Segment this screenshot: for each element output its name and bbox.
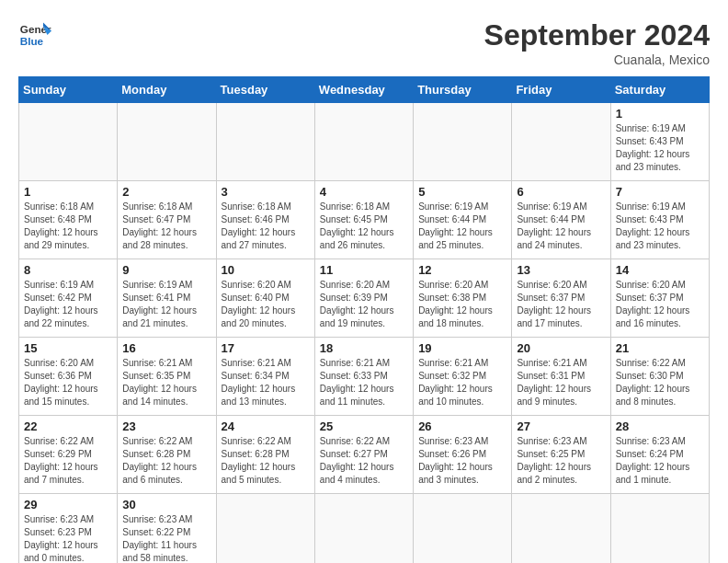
day-detail: Sunrise: 6:18 AM Sunset: 6:47 PM Dayligh… (122, 201, 197, 250)
day-cell: 7Sunrise: 6:19 AM Sunset: 6:43 PM Daylig… (610, 181, 709, 259)
header-day-thursday: Thursday (414, 77, 512, 103)
day-detail: Sunrise: 6:22 AM Sunset: 6:28 PM Dayligh… (222, 436, 296, 485)
location: Cuanala, Mexico (484, 52, 710, 67)
day-number: 15 (24, 341, 112, 355)
day-cell: 10Sunrise: 6:20 AM Sunset: 6:40 PM Dayli… (216, 259, 314, 338)
header-day-tuesday: Tuesday (216, 77, 314, 103)
logo-icon: General Blue (18, 18, 51, 52)
day-number: 2 (122, 185, 210, 199)
day-cell: 17Sunrise: 6:21 AM Sunset: 6:34 PM Dayli… (216, 338, 314, 416)
day-cell: 3Sunrise: 6:18 AM Sunset: 6:46 PM Daylig… (216, 181, 314, 259)
day-detail: Sunrise: 6:22 AM Sunset: 6:27 PM Dayligh… (320, 436, 394, 485)
day-number: 14 (616, 263, 704, 277)
day-detail: Sunrise: 6:20 AM Sunset: 6:39 PM Dayligh… (320, 280, 394, 328)
day-detail: Sunrise: 6:21 AM Sunset: 6:35 PM Dayligh… (122, 358, 197, 407)
empty-cell (414, 103, 512, 181)
svg-text:Blue: Blue (20, 35, 44, 47)
title-area: September 2024 Cuanala, Mexico (484, 18, 710, 67)
day-number: 1 (24, 185, 112, 199)
day-number: 26 (418, 419, 506, 433)
week-row: 15Sunrise: 6:20 AM Sunset: 6:36 PM Dayli… (19, 338, 710, 416)
empty-cell (118, 103, 216, 181)
day-number: 4 (320, 185, 408, 199)
day-cell: 12Sunrise: 6:20 AM Sunset: 6:38 PM Dayli… (414, 259, 512, 338)
day-number: 13 (517, 263, 605, 277)
empty-cell (216, 494, 314, 564)
header-day-monday: Monday (118, 77, 216, 103)
day-number: 19 (418, 341, 506, 355)
empty-cell (414, 494, 512, 564)
empty-cell (610, 494, 709, 564)
day-cell: 2Sunrise: 6:18 AM Sunset: 6:47 PM Daylig… (118, 181, 216, 259)
day-detail: Sunrise: 6:23 AM Sunset: 6:23 PM Dayligh… (24, 514, 98, 563)
week-row: 1Sunrise: 6:18 AM Sunset: 6:48 PM Daylig… (19, 181, 710, 259)
day-detail: Sunrise: 6:23 AM Sunset: 6:26 PM Dayligh… (418, 436, 493, 485)
day-detail: Sunrise: 6:18 AM Sunset: 6:48 PM Dayligh… (24, 201, 98, 250)
day-detail: Sunrise: 6:18 AM Sunset: 6:45 PM Dayligh… (320, 201, 394, 250)
day-detail: Sunrise: 6:19 AM Sunset: 6:41 PM Dayligh… (122, 280, 197, 328)
day-cell: 8Sunrise: 6:19 AM Sunset: 6:42 PM Daylig… (19, 259, 118, 338)
day-cell: 16Sunrise: 6:21 AM Sunset: 6:35 PM Dayli… (118, 338, 216, 416)
day-detail: Sunrise: 6:21 AM Sunset: 6:32 PM Dayligh… (418, 358, 493, 407)
day-cell: 4Sunrise: 6:18 AM Sunset: 6:45 PM Daylig… (314, 181, 413, 259)
day-cell: 19Sunrise: 6:21 AM Sunset: 6:32 PM Dayli… (414, 338, 512, 416)
day-cell: 13Sunrise: 6:20 AM Sunset: 6:37 PM Dayli… (512, 259, 610, 338)
day-number: 10 (222, 263, 310, 277)
day-detail: Sunrise: 6:20 AM Sunset: 6:37 PM Dayligh… (616, 280, 690, 328)
header-day-wednesday: Wednesday (314, 77, 413, 103)
day-detail: Sunrise: 6:20 AM Sunset: 6:37 PM Dayligh… (517, 280, 591, 328)
header-day-friday: Friday (512, 77, 610, 103)
day-cell: 11Sunrise: 6:20 AM Sunset: 6:39 PM Dayli… (314, 259, 413, 338)
day-cell: 21Sunrise: 6:22 AM Sunset: 6:30 PM Dayli… (610, 338, 709, 416)
day-detail: Sunrise: 6:23 AM Sunset: 6:24 PM Dayligh… (616, 436, 690, 485)
empty-cell (216, 103, 314, 181)
empty-cell (512, 103, 610, 181)
day-detail: Sunrise: 6:19 AM Sunset: 6:43 PM Dayligh… (616, 123, 690, 172)
day-detail: Sunrise: 6:21 AM Sunset: 6:33 PM Dayligh… (320, 358, 394, 407)
day-cell: 5Sunrise: 6:19 AM Sunset: 6:44 PM Daylig… (414, 181, 512, 259)
day-number: 27 (517, 419, 605, 433)
day-cell: 22Sunrise: 6:22 AM Sunset: 6:29 PM Dayli… (19, 416, 118, 494)
day-cell: 15Sunrise: 6:20 AM Sunset: 6:36 PM Dayli… (19, 338, 118, 416)
day-detail: Sunrise: 6:20 AM Sunset: 6:40 PM Dayligh… (222, 280, 296, 328)
day-number: 6 (517, 185, 605, 199)
page-header: General Blue September 2024 Cuanala, Mex… (18, 18, 710, 67)
day-cell: 26Sunrise: 6:23 AM Sunset: 6:26 PM Dayli… (414, 416, 512, 494)
day-cell: 1Sunrise: 6:19 AM Sunset: 6:43 PM Daylig… (610, 103, 709, 181)
day-number: 25 (320, 419, 408, 433)
day-cell: 9Sunrise: 6:19 AM Sunset: 6:41 PM Daylig… (118, 259, 216, 338)
day-number: 28 (616, 419, 704, 433)
day-number: 22 (24, 419, 112, 433)
day-number: 24 (222, 419, 310, 433)
day-cell: 6Sunrise: 6:19 AM Sunset: 6:44 PM Daylig… (512, 181, 610, 259)
day-number: 11 (320, 263, 408, 277)
week-row: 1Sunrise: 6:19 AM Sunset: 6:43 PM Daylig… (19, 103, 710, 181)
day-detail: Sunrise: 6:20 AM Sunset: 6:36 PM Dayligh… (24, 358, 98, 407)
day-cell: 28Sunrise: 6:23 AM Sunset: 6:24 PM Dayli… (610, 416, 709, 494)
day-detail: Sunrise: 6:18 AM Sunset: 6:46 PM Dayligh… (222, 201, 296, 250)
day-number: 29 (24, 498, 112, 511)
day-cell: 30Sunrise: 6:23 AM Sunset: 6:22 PM Dayli… (118, 494, 216, 564)
day-cell: 14Sunrise: 6:20 AM Sunset: 6:37 PM Dayli… (610, 259, 709, 338)
calendar-table: SundayMondayTuesdayWednesdayThursdayFrid… (18, 76, 710, 563)
week-row: 29Sunrise: 6:23 AM Sunset: 6:23 PM Dayli… (19, 494, 710, 564)
empty-cell (314, 494, 413, 564)
day-number: 3 (222, 185, 310, 199)
day-detail: Sunrise: 6:21 AM Sunset: 6:34 PM Dayligh… (222, 358, 296, 407)
day-detail: Sunrise: 6:19 AM Sunset: 6:44 PM Dayligh… (418, 201, 493, 250)
day-cell: 23Sunrise: 6:22 AM Sunset: 6:28 PM Dayli… (118, 416, 216, 494)
day-detail: Sunrise: 6:21 AM Sunset: 6:31 PM Dayligh… (517, 358, 591, 407)
day-number: 16 (122, 341, 210, 355)
week-row: 8Sunrise: 6:19 AM Sunset: 6:42 PM Daylig… (19, 259, 710, 338)
day-detail: Sunrise: 6:19 AM Sunset: 6:44 PM Dayligh… (517, 201, 591, 250)
header-day-sunday: Sunday (19, 77, 118, 103)
day-number: 1 (616, 107, 704, 121)
header-day-saturday: Saturday (610, 77, 709, 103)
day-cell: 24Sunrise: 6:22 AM Sunset: 6:28 PM Dayli… (216, 416, 314, 494)
logo: General Blue (18, 18, 51, 52)
empty-cell (314, 103, 413, 181)
day-cell: 1Sunrise: 6:18 AM Sunset: 6:48 PM Daylig… (19, 181, 118, 259)
day-cell: 29Sunrise: 6:23 AM Sunset: 6:23 PM Dayli… (19, 494, 118, 564)
day-cell: 27Sunrise: 6:23 AM Sunset: 6:25 PM Dayli… (512, 416, 610, 494)
day-detail: Sunrise: 6:20 AM Sunset: 6:38 PM Dayligh… (418, 280, 493, 328)
